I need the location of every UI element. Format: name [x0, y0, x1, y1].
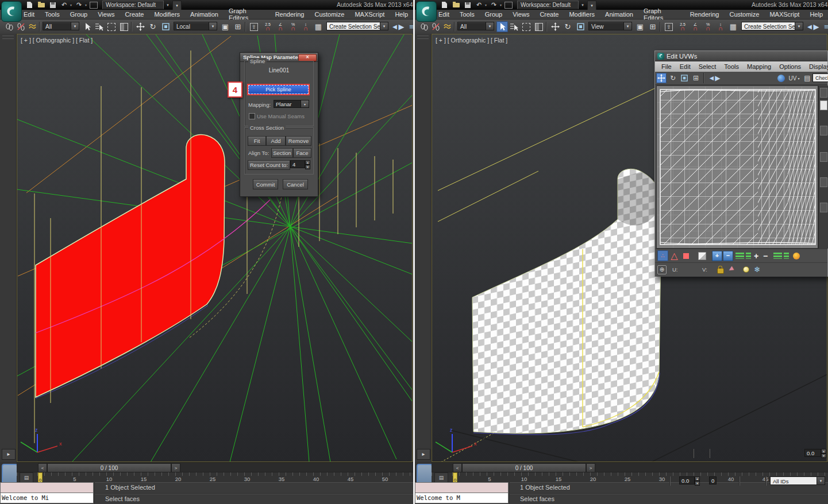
redo-caret-icon[interactable]: ▾ [500, 3, 502, 7]
uv-rotate-icon[interactable]: ↻ [668, 73, 678, 83]
use-pivot-point-center-icon[interactable]: ▣ [219, 21, 231, 32]
remove-button[interactable]: Remove [286, 136, 311, 146]
menu-item[interactable]: Modifiers [149, 11, 185, 18]
mini-curve-editor-button[interactable] [2, 464, 18, 484]
named-selection-sets-icon[interactable]: ▦ [727, 21, 739, 32]
uv-side-button[interactable] [820, 88, 827, 98]
uv-side-button[interactable] [820, 100, 827, 110]
snaps-toggle-icon[interactable]: 2.5∩ [262, 21, 274, 32]
uvw-menu-item[interactable]: Mapping [743, 63, 775, 70]
menu-item[interactable]: Animation [185, 11, 224, 18]
undo-caret-icon[interactable]: ▾ [485, 3, 487, 7]
commit-button[interactable]: Commit [253, 179, 278, 189]
named-selection-sets-icon[interactable]: ▦ [313, 21, 324, 32]
trackbar-expand-button[interactable]: ► [417, 449, 430, 460]
select-object-icon[interactable] [496, 21, 508, 32]
open-file-icon[interactable] [452, 1, 460, 9]
select-and-scale-icon[interactable] [160, 21, 171, 32]
select-object-icon[interactable] [82, 21, 93, 32]
shrink-selection-icon[interactable]: − [723, 251, 733, 261]
named-selection-set-combo[interactable]: Create Selection Se▾ [326, 22, 388, 30]
uv-side-toolbar[interactable] [818, 86, 828, 249]
rectangular-selection-region-icon[interactable] [106, 21, 117, 32]
freeze-snowflake-icon[interactable]: ❄ [754, 264, 760, 275]
select-ring-icon[interactable] [773, 253, 782, 259]
save-icon[interactable] [463, 1, 472, 9]
qat-flyout-icon[interactable]: ▾ [172, 1, 182, 10]
menu-item[interactable]: MAXScript [349, 11, 390, 18]
workspace-dropdown-arrow-icon[interactable]: ▾ [164, 1, 171, 9]
rectangular-selection-region-icon[interactable] [521, 21, 532, 32]
listener-row[interactable]: Welcome to Mi [0, 493, 94, 503]
unlink-selection-icon[interactable] [15, 21, 26, 32]
macro-recorder-row[interactable] [415, 482, 509, 493]
time-slider-handle[interactable]: 0 / 100 [47, 463, 171, 472]
menu-item[interactable]: Rendering [685, 11, 725, 18]
spinner-snap-toggle-icon[interactable]: ↕∩ [300, 21, 311, 32]
undo-icon[interactable]: ↶ [475, 1, 483, 9]
time-slider-handle[interactable]: 0 / 100 [462, 463, 586, 472]
options-list-icon[interactable]: ▤ [802, 73, 812, 83]
menu-item[interactable]: Tools [455, 11, 480, 18]
select-element-icon[interactable] [696, 250, 707, 261]
use-manual-seams-checkbox[interactable] [249, 113, 255, 119]
viewport-label[interactable]: [ + ] [ Orthographic ] [ Flat ] [21, 37, 93, 44]
workspace-dropdown[interactable]: Workspace: Default [102, 1, 164, 9]
soft-selection-icon[interactable] [793, 253, 800, 259]
dropdown-arrow-icon[interactable]: ▾ [301, 100, 309, 108]
redo-icon[interactable]: ↷ [75, 1, 83, 9]
menu-item[interactable]: Help [804, 11, 828, 18]
percent-snap-toggle-icon[interactable]: %∩ [287, 21, 299, 32]
select-ring-grow-icon[interactable] [784, 253, 789, 259]
select-and-rotate-icon[interactable]: ↻ [562, 21, 573, 32]
qat-flyout-icon[interactable]: ▾ [587, 1, 596, 10]
select-and-manipulate-icon[interactable]: ⊞ [647, 21, 658, 32]
add-button[interactable]: Add [266, 136, 286, 146]
maxscript-mini-listener[interactable]: Welcome to Mi [0, 482, 94, 504]
trackbar-expand-button[interactable]: ► [2, 449, 16, 460]
spinner-down-icon[interactable]: ▼ [305, 165, 310, 169]
dropdown-arrow-icon[interactable]: ▾ [380, 22, 388, 30]
uv-side-button[interactable] [820, 126, 827, 135]
select-and-link-icon[interactable] [418, 21, 430, 32]
uv-canvas[interactable] [656, 86, 818, 249]
named-selection-set-combo[interactable]: Create Selection Se▾ [741, 22, 803, 30]
menu-item[interactable]: MAXScript [764, 11, 804, 18]
angle-snap-toggle-icon[interactable]: ∠∩ [690, 21, 701, 32]
new-file-icon[interactable] [440, 1, 449, 9]
uv-options-icon[interactable]: ⊕ [657, 265, 667, 274]
window-crossing-toggle-icon[interactable] [118, 21, 130, 32]
angle-snap-toggle-icon[interactable]: ∠∩ [275, 21, 286, 32]
mini-curve-editor-button[interactable] [417, 464, 433, 484]
uvw-menu-item[interactable]: Options [775, 63, 805, 70]
select-and-move-icon[interactable] [134, 21, 146, 32]
listener-row[interactable]: Welcome to M [415, 493, 509, 503]
toolbar-grip[interactable] [2, 36, 14, 39]
open-file-icon[interactable] [37, 1, 45, 9]
keyboard-shortcut-override-icon[interactable]: ⇧ [248, 21, 260, 32]
uv-polygon-mode-icon[interactable] [680, 250, 691, 261]
menu-item[interactable]: Views [507, 11, 534, 18]
keyboard-shortcut-override-icon[interactable]: ⇧ [663, 21, 675, 32]
spinner-snap-toggle-icon[interactable]: ↕∩ [715, 21, 726, 32]
previous-frame-button[interactable]: < [38, 463, 47, 472]
track-bar[interactable]: 0 5101520253035404550 [17, 472, 413, 483]
minus-icon[interactable]: − [763, 250, 768, 261]
track-bar[interactable]: 0 5101520253035404550 [432, 472, 828, 483]
uv-freeform-icon[interactable]: ⊞ [691, 73, 701, 83]
mini-trackbar-icon[interactable]: ▤ [20, 472, 33, 483]
dropdown-arrow-icon[interactable]: ▾ [209, 22, 217, 30]
mini-trackbar-icon[interactable]: ▤ [434, 472, 448, 483]
select-loop-icon[interactable] [735, 253, 744, 259]
dropdown-arrow-icon[interactable]: ▾ [817, 476, 825, 485]
percent-snap-toggle-icon[interactable]: %∩ [702, 21, 714, 32]
uvw-menu-item[interactable]: Tools [720, 63, 743, 70]
bind-to-space-warp-icon[interactable] [441, 21, 453, 32]
workspace-dropdown[interactable]: Workspace: Default [517, 1, 579, 9]
plus-icon[interactable]: + [754, 250, 758, 261]
macro-recorder-row[interactable] [0, 482, 94, 493]
select-and-link-icon[interactable] [3, 21, 15, 32]
viewport-label[interactable]: [ + ] [ Orthographic ] [ Flat ] [436, 37, 507, 44]
fit-button[interactable]: Fit [248, 136, 266, 146]
uv-side-button[interactable] [820, 203, 827, 212]
